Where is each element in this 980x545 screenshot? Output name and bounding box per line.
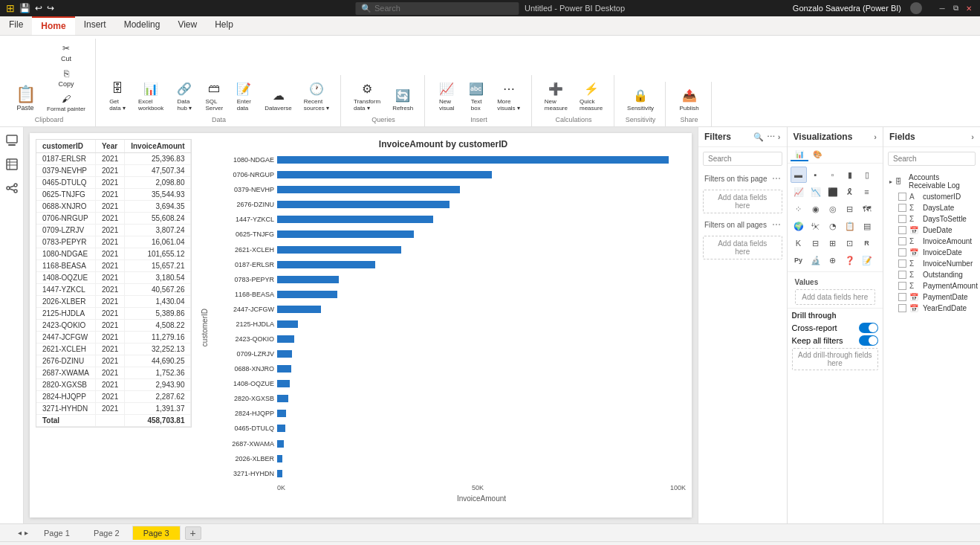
fields-field-item[interactable]: Σ InvoiceAmount [883,236,980,247]
field-checkbox[interactable] [898,293,906,301]
fields-search-box[interactable] [888,152,976,166]
cut-button[interactable]: ✂ Cut [43,40,89,65]
viz-column-chart[interactable]: ▮ [842,167,858,183]
field-checkbox[interactable] [898,226,906,234]
format-painter-button[interactable]: 🖌 Format painter [43,91,89,115]
cross-report-toggle[interactable] [859,323,878,333]
sensitivity-button[interactable]: 🔒 Sensitivity [622,83,659,115]
transform-data-button[interactable]: ⚙ Transformdata ▾ [348,77,386,115]
viz-line-chart[interactable]: 📈 [791,184,807,200]
viz-funnel[interactable]: ⏧ [808,218,824,234]
field-checkbox[interactable] [898,248,906,257]
viz-build-tab[interactable]: 📊 [791,149,808,161]
excel-workbook-button[interactable]: 📊 Excelworkbook [133,77,169,115]
viz-ai-insights[interactable]: 🔬 [808,252,824,268]
viz-r-visual[interactable]: R [859,235,875,251]
viz-stacked-bar[interactable]: ▪ [808,167,824,183]
page-tab-1[interactable]: Page 1 [33,526,81,540]
text-box-button[interactable]: 🔤 Textbox [462,77,490,115]
filters-collapse-icon[interactable]: › [778,132,781,142]
filters-search-icon[interactable]: 🔍 [753,132,764,142]
viz-stacked-column[interactable]: ▯ [859,167,875,183]
title-search-input[interactable] [374,4,493,13]
field-checkbox[interactable] [898,237,906,245]
data-hub-button[interactable]: 🔗 Datahub ▾ [170,77,198,115]
dataverse-button[interactable]: ☁ Dataverse [259,83,296,115]
viz-ribbon-chart[interactable]: 🎗 [842,184,858,200]
paste-button[interactable]: 📋 Paste [9,83,42,115]
page-tab-3[interactable]: Page 3 [132,526,181,540]
viz-bar-chart[interactable]: ▬ [791,167,807,183]
report-view-btn[interactable] [1,130,22,151]
ribbon-tab-help[interactable]: Help [206,16,242,35]
fields-table-item[interactable]: ▸ 🗄 Accounts Receivable Log [883,172,980,191]
title-search-box[interactable]: 🔍 [355,2,519,15]
close-button[interactable]: ✕ [964,3,974,13]
viz-expand-icon[interactable]: › [874,132,877,141]
get-data-button[interactable]: 🗄 Getdata ▾ [103,77,132,115]
viz-card[interactable]: 📋 [842,218,858,234]
enter-data-button[interactable]: 📝 Enterdata [230,77,258,115]
viz-map[interactable]: 🗺 [859,201,875,217]
fields-search-input[interactable] [888,152,976,166]
viz-area-chart[interactable]: 📉 [808,184,824,200]
ribbon-tab-modeling[interactable]: Modeling [115,16,169,35]
filters-search-input[interactable] [703,152,782,166]
fields-field-item[interactable]: Σ DaysLate [883,202,980,213]
page-nav-next[interactable]: ▸ [25,529,28,537]
viz-values-add[interactable]: Add data fields here [795,289,875,305]
viz-python[interactable]: Py [791,252,807,268]
viz-filled-map[interactable]: 🌍 [791,218,807,234]
fields-field-item[interactable]: 📅 InvoiceDate [883,247,980,258]
fields-field-item[interactable]: 📅 DueDate [883,225,980,236]
viz-100pct-bar[interactable]: ▫ [825,167,841,183]
viz-smart-narrative[interactable]: 📝 [859,252,875,268]
fields-field-item[interactable]: Σ DaysToSettle [883,213,980,225]
new-measure-button[interactable]: ➕ Newmeasure [539,77,573,115]
restore-button[interactable]: ⧉ [950,3,961,13]
page-tab-2[interactable]: Page 2 [82,526,131,540]
refresh-button[interactable]: 🔄 Refresh [387,83,418,115]
table-view-btn[interactable] [1,154,22,175]
keep-all-filters-toggle[interactable] [859,335,878,346]
field-checkbox[interactable] [898,282,906,290]
quick-measure-button[interactable]: ⚡ Quickmeasure [574,77,608,115]
more-visuals-button[interactable]: ⋯ Morevisuals ▾ [492,77,525,115]
viz-line-column[interactable]: ⬛ [825,184,841,200]
add-page-button[interactable]: + [185,526,201,540]
viz-multi-row-card[interactable]: ▤ [859,218,875,234]
fields-field-item[interactable]: 📅 YearEndDate [883,303,980,314]
model-view-btn[interactable] [1,178,22,199]
fields-field-item[interactable]: Σ InvoiceNumber [883,258,980,269]
filters-on-page-add[interactable]: Add data fields here [703,190,782,213]
copy-button[interactable]: ⎘ Copy [43,65,89,90]
viz-gauge[interactable]: ◔ [825,218,841,234]
minimize-button[interactable]: ─ [937,3,947,13]
field-checkbox[interactable] [898,215,906,223]
viz-scatter[interactable]: ⁘ [791,201,807,217]
field-checkbox[interactable] [898,304,906,312]
field-checkbox[interactable] [898,193,906,201]
filters-expand-icon[interactable]: ⋯ [767,132,775,142]
quick-access-save[interactable]: 💾 [19,3,30,13]
ribbon-tab-view[interactable]: View [169,16,206,35]
viz-waterfall[interactable]: ≡ [859,184,875,200]
filters-search-box[interactable] [703,152,782,166]
fields-field-item[interactable]: 📅 PaymentDate [883,291,980,303]
viz-table[interactable]: ⊞ [825,235,841,251]
filters-on-page-menu[interactable]: ⋯ [772,173,781,184]
sql-server-button[interactable]: 🗃 SQLServer [200,77,228,115]
filters-all-pages-add[interactable]: Add data fields here [703,236,782,259]
field-checkbox[interactable] [898,259,906,268]
viz-qna[interactable]: ❓ [842,252,858,268]
drill-through-add[interactable]: Add drill-through fields here [792,348,878,370]
fields-field-item[interactable]: Σ PaymentAmount [883,280,980,291]
ribbon-tab-file[interactable]: File [0,16,32,35]
viz-decomposition[interactable]: ⊕ [825,252,841,268]
viz-matrix[interactable]: ⊡ [842,235,858,251]
viz-donut[interactable]: ◎ [825,201,841,217]
viz-slicer[interactable]: ⊟ [808,235,824,251]
ribbon-tab-insert[interactable]: Insert [75,16,115,35]
filters-all-pages-menu[interactable]: ⋯ [772,219,781,230]
page-nav-prev[interactable]: ◂ [18,529,22,537]
